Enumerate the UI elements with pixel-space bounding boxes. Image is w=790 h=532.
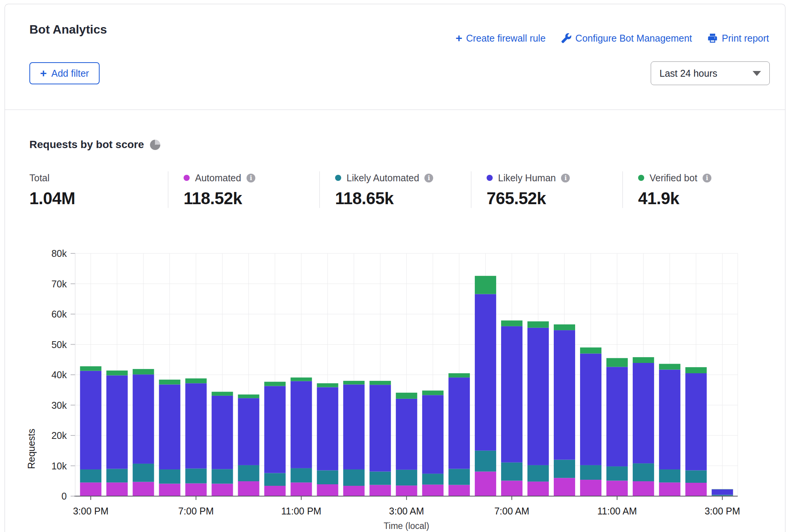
bar-segment-verified_bot[interactable] — [396, 393, 417, 399]
bar-segment-verified_bot[interactable] — [317, 383, 338, 387]
bar-segment-likely_automated[interactable] — [264, 473, 285, 486]
bar-segment-likely_human[interactable] — [369, 385, 391, 471]
bar-segment-automated[interactable] — [106, 482, 128, 496]
bar-segment-likely_automated[interactable] — [554, 460, 575, 478]
create-firewall-rule-link[interactable]: + Create firewall rule — [456, 32, 546, 44]
bar-segment-likely_human[interactable] — [212, 396, 233, 469]
bar-segment-likely_human[interactable] — [475, 294, 496, 451]
bar-segment-automated[interactable] — [133, 482, 154, 496]
info-icon[interactable]: i — [424, 174, 433, 182]
bar-segment-likely_automated[interactable] — [317, 470, 338, 484]
bar-segment-automated[interactable] — [185, 484, 207, 496]
bar-segment-likely_human[interactable] — [685, 373, 707, 470]
bar-segment-likely_human[interactable] — [659, 369, 680, 469]
bar-segment-likely_human[interactable] — [343, 384, 364, 469]
bar-segment-likely_human[interactable] — [290, 381, 312, 468]
bar-segment-likely_automated[interactable] — [133, 464, 154, 482]
bar-segment-verified_bot[interactable] — [369, 381, 391, 385]
info-icon[interactable]: i — [561, 174, 570, 182]
bar-segment-verified_bot[interactable] — [554, 324, 575, 330]
info-icon[interactable]: i — [703, 174, 711, 182]
bar-segment-verified_bot[interactable] — [212, 392, 233, 396]
bar-segment-automated[interactable] — [501, 480, 522, 496]
bar-segment-verified_bot[interactable] — [264, 382, 285, 386]
bar-segment-likely_human[interactable] — [185, 383, 207, 468]
bar-segment-automated[interactable] — [369, 485, 391, 496]
bar-segment-automated[interactable] — [264, 486, 285, 496]
add-filter-button[interactable]: + Add filter — [29, 62, 100, 84]
bar-segment-likely_automated[interactable] — [712, 495, 733, 495]
bar-segment-likely_automated[interactable] — [238, 465, 259, 481]
bar-segment-verified_bot[interactable] — [448, 373, 470, 377]
bar-segment-verified_bot[interactable] — [659, 364, 680, 369]
bar-segment-likely_automated[interactable] — [685, 470, 707, 483]
bar-segment-verified_bot[interactable] — [501, 321, 522, 326]
bar-segment-automated[interactable] — [606, 480, 628, 496]
bar-segment-verified_bot[interactable] — [527, 321, 549, 328]
bar-segment-likely_automated[interactable] — [448, 469, 470, 485]
bar-segment-verified_bot[interactable] — [685, 367, 707, 373]
bar-segment-automated[interactable] — [238, 481, 259, 496]
bar-segment-automated[interactable] — [448, 485, 470, 496]
bar-segment-likely_automated[interactable] — [80, 469, 102, 482]
bar-segment-automated[interactable] — [212, 484, 233, 496]
bar-segment-likely_automated[interactable] — [396, 470, 417, 485]
bar-segment-likely_human[interactable] — [554, 330, 575, 459]
bar-segment-likely_human[interactable] — [501, 326, 522, 463]
bar-segment-verified_bot[interactable] — [712, 489, 733, 490]
bar-segment-verified_bot[interactable] — [133, 369, 154, 374]
bar-segment-automated[interactable] — [80, 482, 102, 496]
bar-segment-verified_bot[interactable] — [106, 371, 128, 376]
bar-segment-verified_bot[interactable] — [185, 379, 207, 384]
bar-segment-verified_bot[interactable] — [290, 377, 312, 381]
bar-segment-likely_human[interactable] — [106, 376, 128, 469]
bar-segment-automated[interactable] — [659, 482, 680, 496]
bar-segment-verified_bot[interactable] — [475, 276, 496, 294]
bar-segment-likely_automated[interactable] — [501, 463, 522, 481]
bar-segment-verified_bot[interactable] — [343, 381, 364, 385]
bar-segment-likely_human[interactable] — [633, 363, 654, 463]
bar-segment-likely_automated[interactable] — [422, 474, 443, 485]
bar-segment-likely_human[interactable] — [317, 387, 338, 471]
bar-segment-likely_automated[interactable] — [580, 465, 601, 480]
bar-segment-automated[interactable] — [290, 482, 312, 496]
bar-segment-automated[interactable] — [554, 478, 575, 496]
bar-segment-likely_human[interactable] — [448, 377, 470, 469]
bar-segment-verified_bot[interactable] — [159, 380, 181, 385]
bar-segment-likely_automated[interactable] — [475, 451, 496, 472]
bar-segment-automated[interactable] — [527, 482, 549, 496]
bar-segment-verified_bot[interactable] — [80, 366, 102, 371]
bar-segment-likely_human[interactable] — [80, 371, 102, 469]
bar-segment-verified_bot[interactable] — [633, 357, 654, 363]
bar-segment-likely_human[interactable] — [159, 384, 181, 469]
bar-segment-likely_automated[interactable] — [633, 463, 654, 481]
bar-segment-likely_human[interactable] — [396, 399, 417, 470]
bar-segment-verified_bot[interactable] — [606, 358, 628, 367]
bar-segment-automated[interactable] — [422, 485, 443, 496]
bar-segment-automated[interactable] — [580, 480, 601, 496]
bar-segment-likely_human[interactable] — [422, 395, 443, 474]
info-icon[interactable]: i — [247, 174, 255, 182]
bar-segment-automated[interactable] — [159, 484, 181, 496]
bar-segment-likely_human[interactable] — [238, 398, 259, 465]
bar-segment-likely_automated[interactable] — [106, 469, 128, 482]
bar-segment-likely_human[interactable] — [580, 353, 601, 465]
bar-segment-likely_human[interactable] — [133, 374, 154, 464]
bar-segment-likely_automated[interactable] — [159, 469, 181, 484]
bar-segment-automated[interactable] — [475, 472, 496, 496]
bar-segment-likely_human[interactable] — [606, 367, 628, 466]
print-report-link[interactable]: Print report — [707, 33, 769, 44]
bar-segment-verified_bot[interactable] — [238, 395, 259, 398]
bar-segment-likely_automated[interactable] — [212, 469, 233, 484]
bar-segment-likely_automated[interactable] — [343, 469, 364, 486]
bar-segment-verified_bot[interactable] — [422, 390, 443, 395]
bar-segment-likely_human[interactable] — [712, 489, 733, 495]
bar-segment-automated[interactable] — [396, 485, 417, 496]
bar-segment-likely_automated[interactable] — [290, 468, 312, 482]
bar-segment-automated[interactable] — [317, 484, 338, 496]
bar-segment-likely_automated[interactable] — [369, 472, 391, 485]
bar-segment-likely_automated[interactable] — [527, 465, 549, 482]
bar-segment-automated[interactable] — [343, 486, 364, 496]
bar-segment-verified_bot[interactable] — [580, 347, 601, 353]
bar-segment-likely_automated[interactable] — [606, 466, 628, 480]
